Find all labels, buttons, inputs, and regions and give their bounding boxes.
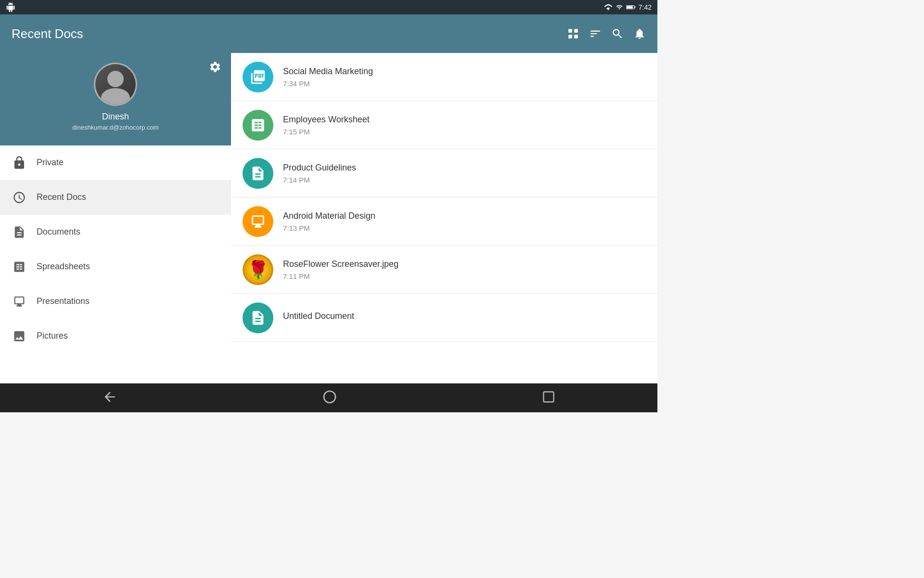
back-button[interactable] [102,389,117,407]
doc-info-6: Untitled Document [283,311,646,324]
doc-title-3: Product Guidelines [283,163,646,173]
status-time: 7:42 [639,3,652,11]
app-bar-actions [567,27,646,40]
status-bar-right: 7:42 [604,3,652,11]
user-section: Dinesh dineshkumar.d@zohocorp.com [0,53,231,145]
doc-icon-presentation [243,206,273,237]
status-bar: 7:42 [0,0,657,14]
nav-label-documents: Documents [37,227,80,237]
presentation-icon [12,294,27,309]
doc-icon-document [243,158,273,189]
signal-icon [616,4,623,11]
doc-info-3: Product Guidelines 7:14 PM [283,163,646,184]
nav-label-presentations: Presentations [37,296,90,306]
nav-section: Private Recent Docs Documents [0,145,231,383]
app-bar: Recent Docs [0,14,657,53]
svg-rect-4 [543,392,553,402]
user-name: Dinesh [102,112,129,122]
doc-item-3[interactable]: Product Guidelines 7:14 PM [231,149,657,197]
doc-title-4: Android Material Design [283,211,646,221]
svg-point-3 [324,391,335,403]
nav-item-recent-docs[interactable]: Recent Docs [0,180,231,215]
nav-item-private[interactable]: Private [0,145,231,180]
android-status-icon [6,2,15,12]
doc-icon-spreadsheet [243,110,273,141]
doc-list: Social Media Marketing 7:34 PM Employees… [231,53,657,383]
nav-label-recent-docs: Recent Docs [37,192,86,202]
wifi-icon [604,4,613,11]
doc-item-1[interactable]: Social Media Marketing 7:34 PM [231,53,657,101]
nav-label-pictures: Pictures [37,331,68,341]
recents-button[interactable] [542,390,555,406]
doc-item-4[interactable]: Android Material Design 7:13 PM [231,197,657,246]
user-avatar [94,63,137,106]
nav-label-spreadsheets: Spreadsheets [37,262,90,272]
doc-icon-pdf [243,62,273,92]
svg-rect-2 [627,6,633,9]
doc-info-4: Android Material Design 7:13 PM [283,211,646,232]
doc-time-3: 7:14 PM [283,176,646,184]
status-bar-left [6,2,15,12]
nav-item-spreadsheets[interactable]: Spreadsheets [0,250,231,284]
doc-item-2[interactable]: Employees Worksheet 7:15 PM [231,101,657,149]
clock-icon [12,190,27,205]
doc-title-2: Employees Worksheet [283,115,646,125]
filter-icon[interactable] [589,27,602,40]
user-email: dineshkumar.d@zohocorp.com [72,124,158,131]
doc-info-2: Employees Worksheet 7:15 PM [283,115,646,136]
bottom-nav [0,383,657,412]
grid-icon[interactable] [567,27,579,40]
doc-title-5: RoseFlower Screensaver.jpeg [283,259,646,269]
lock-icon [12,155,27,171]
doc-item-6[interactable]: Untitled Document [231,294,657,342]
sidebar: Dinesh dineshkumar.d@zohocorp.com Privat… [0,53,231,383]
doc-item-5[interactable]: RoseFlower Screensaver.jpeg 7:11 PM [231,246,657,294]
picture-icon [12,328,27,344]
nav-item-documents[interactable]: Documents [0,215,231,250]
doc-info-1: Social Media Marketing 7:34 PM [283,66,646,88]
doc-time-5: 7:11 PM [283,272,646,280]
main-content: Dinesh dineshkumar.d@zohocorp.com Privat… [0,53,657,383]
battery-icon [626,4,636,11]
rose-thumbnail [243,254,273,285]
bell-icon[interactable] [633,27,646,40]
doc-icon-document-2 [243,302,273,333]
doc-time-4: 7:13 PM [283,224,646,232]
doc-title-6: Untitled Document [283,311,646,321]
doc-time-2: 7:15 PM [283,128,646,136]
nav-item-pictures[interactable]: Pictures [0,319,231,354]
settings-gear-button[interactable] [209,61,221,76]
search-icon[interactable] [611,27,624,40]
nav-label-private: Private [37,158,64,168]
spreadsheet-icon [12,259,27,275]
doc-title-1: Social Media Marketing [283,66,646,77]
doc-icon-image [243,254,273,285]
svg-rect-1 [634,6,635,8]
document-icon [12,224,27,240]
app-bar-title: Recent Docs [12,26,83,41]
home-button[interactable] [322,389,337,407]
avatar-image [95,64,136,105]
doc-info-5: RoseFlower Screensaver.jpeg 7:11 PM [283,259,646,280]
nav-item-presentations[interactable]: Presentations [0,284,231,319]
doc-time-1: 7:34 PM [283,79,646,88]
